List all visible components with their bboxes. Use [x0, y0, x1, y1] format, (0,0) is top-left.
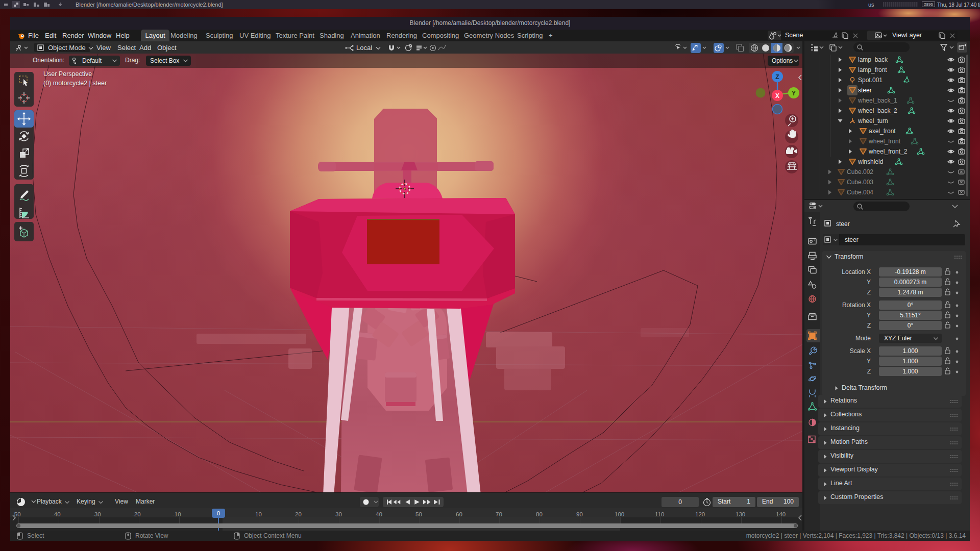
svg-text:X: X	[775, 92, 779, 99]
svg-text:Y: Y	[792, 90, 796, 97]
svg-text:Z: Z	[775, 73, 779, 81]
